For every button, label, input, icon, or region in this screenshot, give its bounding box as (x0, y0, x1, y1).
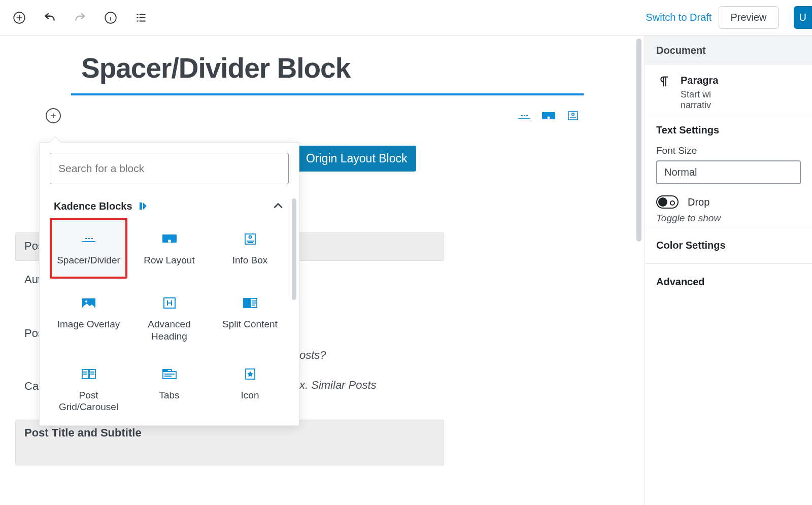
block-image-overlay[interactable]: Image Overlay (50, 282, 127, 350)
origin-layout-chip[interactable]: Origin Layout Block (297, 146, 416, 172)
split-content-icon (243, 295, 258, 311)
add-block-button[interactable] (10, 9, 28, 27)
advanced-panel[interactable]: Advanced (645, 264, 812, 300)
undo-button[interactable] (41, 9, 59, 27)
block-label: Row Layout (144, 254, 194, 266)
sidebar-tab-label: Document (656, 45, 706, 56)
title-underline (71, 93, 584, 95)
block-name: Paragra (681, 75, 719, 86)
image-overlay-icon (81, 295, 96, 311)
block-label: Advanced Heading (136, 318, 203, 343)
svg-point-9 (249, 236, 251, 239)
block-label: Image Overlay (57, 318, 120, 330)
sidebar-block-info: Paragra Start winarrativ (645, 64, 812, 114)
section-title: Kadence Blocks (54, 200, 132, 212)
spacer-divider-icon (81, 231, 96, 247)
top-toolbar: Switch to Draft Preview U (0, 0, 812, 36)
drop-cap-hint: Toggle to show (656, 213, 801, 224)
preview-button[interactable]: Preview (719, 6, 778, 29)
post-title-subtitle-label: Post Title and Subtitle (24, 426, 142, 440)
outline-button[interactable] (132, 9, 150, 27)
settings-sidebar: Document Paragra Start winarrativ Text S… (645, 36, 812, 505)
block-row-layout[interactable]: Row Layout (130, 218, 208, 279)
inline-add-block-button[interactable] (46, 108, 61, 123)
block-label: Tabs (159, 389, 179, 401)
page-title[interactable]: Spacer/Divider Block (81, 52, 586, 84)
font-size-select[interactable]: Normal (656, 160, 801, 184)
info-button[interactable] (101, 9, 120, 27)
block-label: Spacer/Divider (57, 254, 120, 266)
block-tabs[interactable]: Tabs (130, 353, 208, 421)
editor-scrollbar[interactable] (636, 39, 641, 242)
block-label: Icon (241, 389, 259, 401)
svg-point-3 (548, 117, 550, 119)
sidebar-tab-document[interactable]: Document (645, 36, 812, 64)
inserter-section-header[interactable]: Kadence Blocks (54, 199, 285, 213)
chevron-up-icon[interactable] (272, 199, 285, 213)
svg-rect-13 (244, 298, 250, 308)
block-inserter-popover: Kadence Blocks Spacer/Divider Row Layout… (39, 142, 299, 426)
info-box-icon (243, 231, 258, 247)
infobox-icon[interactable] (565, 110, 581, 121)
svg-point-5 (572, 113, 574, 116)
block-label: Info Box (232, 254, 268, 266)
row-icon[interactable] (540, 110, 557, 121)
text-settings-panel: Text Settings Font Size Normal Drop Togg… (645, 114, 812, 227)
svg-rect-19 (167, 369, 172, 372)
editor-canvas: Spacer/Divider Block Origin Layout Block… (0, 36, 645, 505)
svg-point-11 (85, 300, 87, 302)
block-label: Post Grid/Carousel (55, 389, 122, 414)
block-align-icons (516, 110, 581, 121)
advanced-heading-icon (162, 295, 177, 311)
row-layout-icon (162, 231, 177, 247)
paragraph-icon (656, 75, 670, 91)
drop-cap-toggle[interactable] (656, 195, 679, 209)
color-settings-panel[interactable]: Color Settings (645, 227, 812, 264)
spacer-icon[interactable] (516, 110, 532, 121)
block-grid: Spacer/Divider Row Layout Info Box Image… (50, 218, 289, 420)
svg-rect-17 (163, 372, 176, 379)
svg-rect-18 (163, 369, 167, 372)
block-search-input[interactable] (50, 153, 289, 184)
font-size-label: Font Size (656, 145, 801, 156)
block-icon[interactable]: Icon (211, 353, 289, 421)
drop-cap-label: Drop (688, 196, 709, 208)
bg-italic-text: osts? (299, 349, 326, 362)
svg-point-7 (168, 240, 171, 243)
block-info-box[interactable]: Info Box (211, 218, 289, 279)
kadence-logo-icon (139, 201, 148, 211)
block-label: Split Content (222, 318, 278, 330)
panel-title: Text Settings (656, 124, 801, 136)
block-advanced-heading[interactable]: Advanced Heading (130, 282, 208, 350)
post-grid-icon (81, 366, 96, 382)
inserter-scrollbar[interactable] (292, 198, 296, 300)
tabs-icon (162, 366, 177, 382)
bg-italic-text: x. Similar Posts (299, 379, 377, 392)
toolbar-right: Switch to Draft Preview U (646, 6, 804, 29)
toolbar-left (10, 9, 150, 27)
block-spacer-divider[interactable]: Spacer/Divider (50, 218, 127, 279)
update-button[interactable]: U (794, 6, 812, 29)
block-desc: Start winarrativ (681, 89, 719, 111)
block-split-content[interactable]: Split Content (211, 282, 289, 350)
icon-block-icon (243, 366, 258, 382)
switch-to-draft-link[interactable]: Switch to Draft (646, 12, 712, 23)
block-post-grid[interactable]: Post Grid/Carousel (50, 353, 127, 421)
redo-button[interactable] (71, 9, 89, 27)
